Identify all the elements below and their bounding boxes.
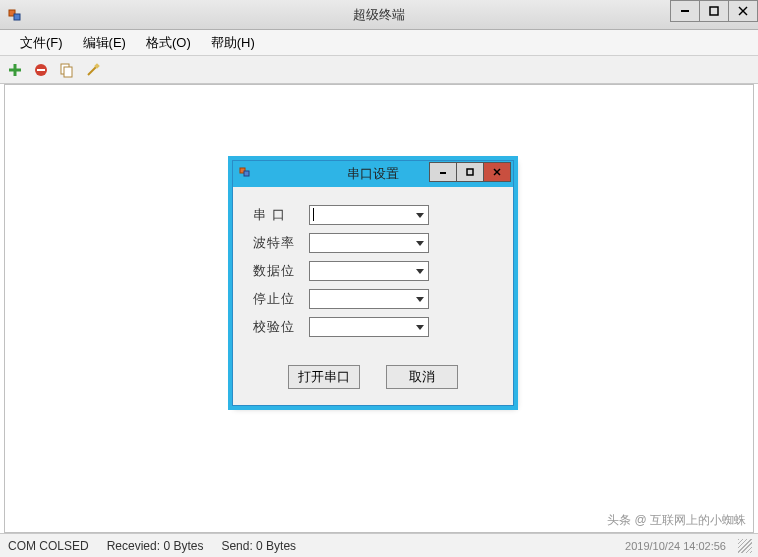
serial-settings-dialog: 串口设置 串 口 波特率 数据位 停止位 校验位 打开串口 <box>232 160 514 406</box>
menu-file[interactable]: 文件(F) <box>10 34 73 52</box>
port-label: 串 口 <box>253 206 309 224</box>
app-icon <box>8 7 24 23</box>
status-timestamp: 2019/10/24 14:02:56 <box>625 540 726 552</box>
main-titlebar: 超级终端 <box>0 0 758 30</box>
svg-rect-11 <box>64 67 72 77</box>
status-connection: COM COLSED <box>8 539 89 553</box>
watermark-text: 头条 @ 互联网上的小蜘蛛 <box>607 512 746 529</box>
status-received: Recevied: 0 Bytes <box>107 539 204 553</box>
menu-edit[interactable]: 编辑(E) <box>73 34 136 52</box>
svg-line-12 <box>88 67 96 75</box>
dialog-app-icon <box>239 165 253 183</box>
dialog-maximize-button[interactable] <box>456 162 484 182</box>
svg-rect-3 <box>710 7 718 15</box>
svg-rect-15 <box>244 171 249 176</box>
statusbar: COM COLSED Recevied: 0 Bytes Send: 0 Byt… <box>0 533 758 557</box>
toolbar <box>0 56 758 84</box>
dialog-titlebar[interactable]: 串口设置 <box>233 161 513 187</box>
add-icon[interactable] <box>6 61 24 79</box>
maximize-button[interactable] <box>699 0 729 22</box>
baud-label: 波特率 <box>253 234 309 252</box>
databits-label: 数据位 <box>253 262 309 280</box>
minimize-button[interactable] <box>670 0 700 22</box>
stopbits-combo[interactable] <box>309 289 429 309</box>
cancel-button[interactable]: 取消 <box>386 365 458 389</box>
window-title: 超级终端 <box>353 6 405 24</box>
copy-icon[interactable] <box>58 61 76 79</box>
menu-help[interactable]: 帮助(H) <box>201 34 265 52</box>
status-sent: Send: 0 Bytes <box>221 539 296 553</box>
menu-format[interactable]: 格式(O) <box>136 34 201 52</box>
baud-combo[interactable] <box>309 233 429 253</box>
dialog-close-button[interactable] <box>483 162 511 182</box>
remove-icon[interactable] <box>32 61 50 79</box>
stopbits-label: 停止位 <box>253 290 309 308</box>
port-combo[interactable] <box>309 205 429 225</box>
dialog-minimize-button[interactable] <box>429 162 457 182</box>
dialog-title: 串口设置 <box>347 165 399 183</box>
parity-label: 校验位 <box>253 318 309 336</box>
svg-rect-17 <box>467 169 473 175</box>
databits-combo[interactable] <box>309 261 429 281</box>
menubar: 文件(F) 编辑(E) 格式(O) 帮助(H) <box>0 30 758 56</box>
clear-icon[interactable] <box>84 61 102 79</box>
window-controls <box>671 0 758 22</box>
svg-rect-1 <box>14 14 20 20</box>
resize-grip[interactable] <box>738 539 752 553</box>
parity-combo[interactable] <box>309 317 429 337</box>
close-button[interactable] <box>728 0 758 22</box>
open-port-button[interactable]: 打开串口 <box>288 365 360 389</box>
